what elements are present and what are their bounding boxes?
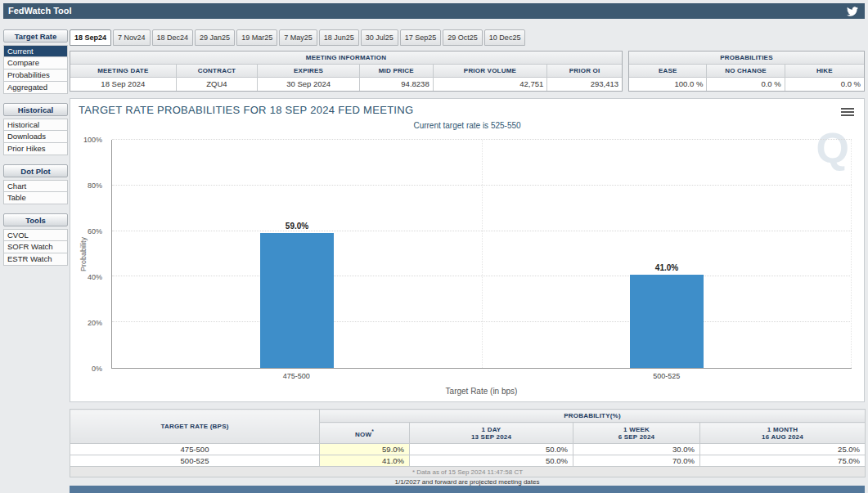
sidebar-item-sofr-watch[interactable]: SOFR Watch (3, 241, 68, 253)
contract-value: ZQU4 (177, 78, 259, 91)
table-cell-rate: 500-525 (70, 455, 320, 467)
contract-header: CONTRACT (177, 65, 259, 78)
tab-18-jun25[interactable]: 18 Jun25 (319, 29, 359, 46)
x-axis-categories: 475-500 500-525 (111, 372, 852, 382)
sidebar-item-aggregated[interactable]: Aggregated (3, 82, 68, 94)
mid-price-header: MID PRICE (360, 65, 434, 78)
hike-header: HIKE (785, 65, 864, 78)
tab-17-sep25[interactable]: 17 Sep25 (400, 29, 442, 46)
bar-475-500[interactable] (260, 233, 334, 368)
target-rate-bps-header: TARGET RATE (BPS) (70, 410, 320, 444)
no-change-header: NO CHANGE (707, 65, 785, 78)
sidebar-item-dotplot-chart[interactable]: Chart (3, 180, 68, 192)
tab-18-sep24[interactable]: 18 Sep24 (70, 29, 111, 46)
tab-7-may25[interactable]: 7 May25 (279, 29, 317, 46)
table-cell: 75.0% (700, 455, 866, 467)
tab-10-dec25[interactable]: 10 Dec25 (484, 29, 526, 46)
ease-header: EASE (629, 65, 707, 78)
bar-value-label: 59.0% (286, 222, 308, 231)
chart-context-menu-icon[interactable] (841, 106, 854, 118)
table-cell: 25.0% (700, 444, 866, 455)
probabilities-title: PROBABILITIES (629, 52, 864, 65)
plot-area: 59.0% 41.0% (111, 140, 852, 369)
meeting-date-tabs: 18 Sep24 7 Nov24 18 Dec24 29 Jan25 19 Ma… (70, 29, 525, 46)
y-axis-ticks: 0% 20% 40% 60% 80% 100% (70, 140, 106, 369)
twitter-icon[interactable] (847, 6, 858, 17)
x-axis-label: Target Rate (in bps) (111, 387, 852, 396)
sidebar-item-current[interactable]: Current (3, 45, 68, 57)
meeting-date-value: 18 Sep 2024 (70, 78, 177, 91)
table-row: 475-500 59.0% 50.0% 30.0% 25.0% (70, 444, 866, 455)
app-header: FedWatch Tool (3, 3, 865, 19)
y-tick: 40% (88, 273, 102, 281)
hike-value: 0.0 % (785, 78, 864, 91)
sidebar-item-probabilities[interactable]: Probabilities (3, 69, 68, 82)
tab-18-dec24[interactable]: 18 Dec24 (152, 29, 194, 46)
sidebar: Target Rate Current Compare Probabilitie… (3, 29, 68, 266)
one-day-label: 1 DAY (410, 426, 573, 433)
prior-oi-header: PRIOR OI (547, 65, 622, 78)
sidebar-item-compare[interactable]: Compare (3, 57, 68, 69)
one-week-date: 6 SEP 2024 (573, 433, 699, 441)
sidebar-item-estr-watch[interactable]: ESTR Watch (3, 253, 68, 266)
sidebar-item-downloads[interactable]: Downloads (3, 131, 68, 143)
expires-value: 30 Sep 2024 (258, 78, 360, 91)
meeting-info-title: MEETING INFORMATION (70, 52, 622, 65)
y-tick: 100% (83, 136, 102, 144)
data-asof-note: * Data as of 15 Sep 2024 11:47:58 CT (70, 467, 866, 477)
y-tick: 0% (92, 365, 102, 373)
now-footnote-marker: * (371, 428, 374, 434)
table-cell: 70.0% (573, 455, 700, 467)
y-tick: 80% (88, 182, 102, 190)
probabilities-summary-table: PROBABILITIES EASE NO CHANGE HIKE 100.0 … (628, 51, 865, 92)
probability-group-header: PROBABILITY(%) (320, 410, 866, 423)
expires-header: EXPIRES (258, 65, 360, 78)
chart-title: TARGET RATE PROBABILITIES FOR 18 SEP 202… (79, 104, 413, 116)
x-category: 475-500 (283, 372, 310, 380)
table-cell-now: 59.0% (320, 444, 410, 455)
tab-29-jan25[interactable]: 29 Jan25 (195, 29, 235, 46)
prior-volume-value: 42,751 (434, 78, 548, 91)
bottom-bar (70, 486, 865, 493)
now-label: NOW (355, 430, 371, 437)
chart-subtitle: Current target rate is 525-550 (70, 121, 864, 130)
meeting-info-table: MEETING INFORMATION MEETING DATE CONTRAC… (70, 51, 623, 92)
y-tick: 20% (88, 319, 102, 327)
table-row: 500-525 41.0% 50.0% 70.0% 75.0% (70, 455, 866, 467)
sidebar-section-historical: Historical (3, 103, 68, 116)
meeting-date-header: MEETING DATE (70, 65, 177, 78)
probability-history-table: TARGET RATE (BPS) PROBABILITY(%) NOW* 1 … (70, 409, 866, 477)
sidebar-section-dot-plot: Dot Plot (3, 164, 68, 177)
prior-volume-header: PRIOR VOLUME (434, 65, 548, 78)
chart-panel: TARGET RATE PROBABILITIES FOR 18 SEP 202… (70, 98, 865, 402)
one-month-column-header: 1 MONTH 16 AUG 2024 (700, 423, 866, 444)
tab-7-nov24[interactable]: 7 Nov24 (113, 29, 151, 46)
bar-group-500-525: 41.0% (482, 140, 852, 368)
tab-19-mar25[interactable]: 19 Mar25 (236, 29, 277, 46)
now-column-header: NOW* (320, 423, 410, 444)
app-title: FedWatch Tool (8, 6, 72, 16)
table-cell: 30.0% (573, 444, 700, 455)
sidebar-item-dotplot-table[interactable]: Table (3, 192, 68, 204)
one-day-date: 13 SEP 2024 (410, 433, 573, 441)
sidebar-item-prior-hikes[interactable]: Prior Hikes (3, 143, 68, 155)
no-change-value: 0.0 % (707, 78, 785, 91)
one-month-date: 16 AUG 2024 (700, 433, 865, 441)
sidebar-item-historical[interactable]: Historical (3, 119, 68, 131)
x-category: 500-525 (653, 372, 680, 380)
one-month-label: 1 MONTH (700, 426, 865, 433)
table-cell-now: 41.0% (320, 455, 410, 467)
table-cell: 50.0% (410, 444, 573, 455)
one-day-column-header: 1 DAY 13 SEP 2024 (410, 423, 573, 444)
prior-oi-value: 293,413 (547, 78, 622, 91)
tab-29-oct25[interactable]: 29 Oct25 (443, 29, 483, 46)
sidebar-item-cvol[interactable]: CVOL (3, 229, 68, 241)
bar-value-label: 41.0% (655, 263, 678, 272)
one-week-label: 1 WEEK (573, 426, 699, 433)
tab-30-jul25[interactable]: 30 Jul25 (361, 29, 398, 46)
bar-500-525[interactable] (630, 275, 704, 368)
sidebar-section-target-rate: Target Rate (3, 29, 68, 43)
projected-dates-note: 1/1/2027 and forward are projected meeti… (70, 478, 865, 486)
sidebar-section-tools: Tools (3, 213, 68, 226)
y-tick: 60% (88, 227, 102, 235)
